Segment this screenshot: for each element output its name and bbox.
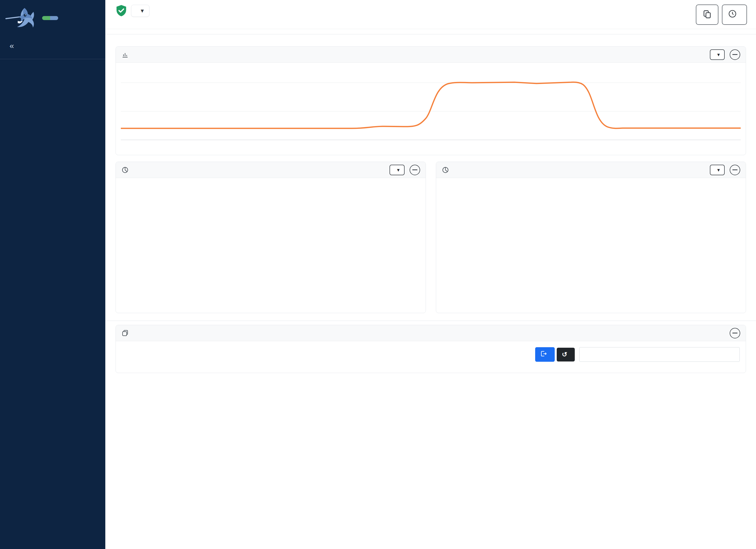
brand-db (42, 16, 50, 20)
clear-button[interactable]: ↺ (557, 348, 575, 361)
chevrons-left-icon: « (10, 41, 14, 50)
top-waits-panel: ▾ (436, 162, 746, 313)
undo-icon: ↺ (562, 351, 567, 358)
top-statements-donut (116, 178, 426, 313)
topbar: ▾ (106, 0, 756, 29)
main-tabbar (106, 29, 756, 34)
search-input[interactable] (579, 347, 740, 362)
brand-badge (42, 16, 58, 20)
brand-logo (0, 0, 105, 34)
copy-button[interactable] (696, 5, 718, 25)
statements-donut-chart[interactable] (116, 178, 426, 313)
copy-icon (702, 10, 712, 20)
collapse-panel-button[interactable] (730, 49, 740, 60)
detail-tabbar (106, 313, 756, 321)
instance-selector[interactable]: ▾ (131, 5, 149, 17)
collapse-panel-button[interactable] (730, 328, 740, 338)
topbar-right (696, 5, 747, 25)
statements-icon (121, 329, 129, 337)
pie-chart-icon (442, 166, 449, 174)
activity-line-chart[interactable] (121, 65, 741, 153)
charts-row: ▾ ▾ (116, 162, 746, 313)
health-shield-icon (116, 5, 127, 17)
metric-cards (106, 34, 756, 42)
top-statements-header: ▾ (116, 162, 426, 178)
statements-toolbar: ↺ (116, 341, 746, 363)
chevron-down-icon: ▾ (717, 52, 720, 57)
top-statements-panel: ▾ (116, 162, 426, 313)
export-icon (540, 350, 547, 359)
top-waits-header: ▾ (436, 162, 746, 178)
chevron-down-icon: ▾ (397, 167, 399, 173)
activity-chart-select[interactable]: ▾ (710, 49, 725, 60)
time-spent-panel: ▾ (116, 46, 746, 155)
top-waits-donut (436, 178, 746, 313)
topbar-left: ▾ (116, 5, 149, 22)
hide-menu-button[interactable]: « (0, 34, 105, 59)
statements-panel-header (116, 325, 746, 341)
export-button[interactable] (535, 347, 555, 362)
time-spent-chart (116, 63, 746, 155)
chevron-down-icon: ▾ (141, 8, 144, 14)
brand-marlin (50, 16, 58, 20)
time-spent-panel-header: ▾ (116, 47, 746, 63)
statements-panel: ↺ (116, 325, 746, 373)
marlin-logo-icon (5, 4, 42, 32)
waits-donut-chart[interactable] (436, 178, 746, 313)
statements-chart-select[interactable]: ▾ (390, 165, 404, 175)
time-range-button[interactable] (722, 5, 747, 25)
collapse-panel-button[interactable] (730, 165, 740, 175)
chevron-down-icon: ▾ (717, 167, 720, 173)
clock-icon (728, 9, 737, 20)
db-time-line (121, 82, 741, 128)
bar-chart-icon (121, 51, 129, 58)
collapse-panel-button[interactable] (410, 165, 420, 175)
waits-chart-select[interactable]: ▾ (710, 165, 725, 175)
sidebar: « (0, 0, 105, 549)
main-content: ▾ (105, 0, 756, 549)
pie-chart-icon (121, 166, 129, 174)
